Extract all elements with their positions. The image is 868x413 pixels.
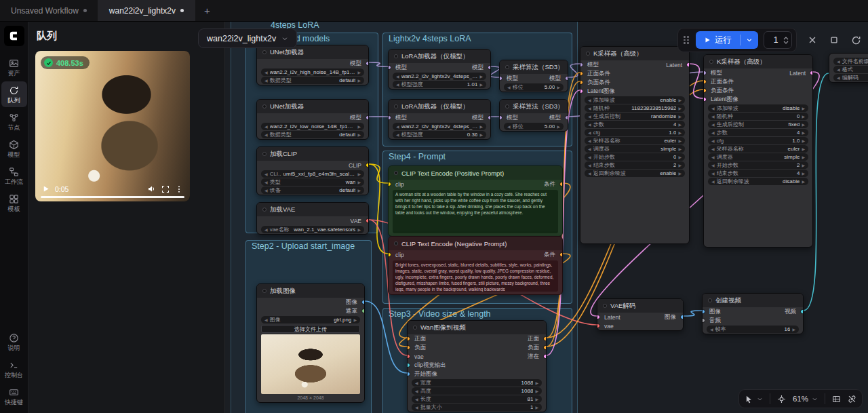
node-widget[interactable]: ◀wan2.2_i2v_lightx2v_4steps_lora_...▶ — [393, 73, 486, 80]
node-widget[interactable]: ◀帧率16▶ — [707, 326, 799, 333]
node-widget[interactable]: ◀调度器simple▶ — [585, 145, 685, 153]
node-title[interactable]: CLIP Text Encode (Positive Prompt) — [389, 166, 562, 180]
node-canvas[interactable]: 4steps LoRAStep1 - Load modelsLightx2v 4… — [225, 22, 868, 413]
collapse-dot-icon[interactable] — [262, 289, 267, 293]
run-button[interactable]: 运行 — [696, 31, 758, 49]
node-widget[interactable]: ◀宽度1088▶ — [412, 379, 542, 387]
node-lora-high[interactable]: LoRA加载器（仅模型）模型模型◀wan2.2_i2v_lightx2v_4st… — [388, 49, 491, 90]
node-widget[interactable]: ◀生成后控制randomize▶ — [585, 113, 685, 120]
collapse-dot-icon[interactable] — [394, 54, 398, 58]
node-lora-low[interactable]: LoRA加载器（仅模型）模型模型◀wan2.2_i2v_lightx2v_4st… — [388, 99, 491, 140]
output-port[interactable] — [543, 354, 547, 359]
input-port[interactable] — [597, 323, 600, 328]
node-title[interactable]: CLIP Text Encode (Negative Prompt) — [389, 237, 562, 250]
input-port[interactable] — [580, 80, 583, 85]
new-tab-button[interactable]: + — [195, 0, 219, 21]
node-ksampler-2[interactable]: K采样器（高级）模型Latent正面条件负面条件Latent图像◀添加噪波dis… — [703, 54, 813, 248]
collapse-dot-icon[interactable] — [586, 52, 590, 56]
node-widget[interactable]: ◀移位5.00▶ — [504, 123, 564, 130]
upload-button[interactable]: 选择文件上传 — [261, 325, 360, 333]
node-ksampler-1[interactable]: K采样器（高级）模型Latent正面条件负面条件Latent图像◀添加噪波ena… — [580, 46, 690, 244]
node-wan-i2v[interactable]: Wan图像到视频正面正面负面负面vae潜在clip视觉输出开始图像◀宽度1088… — [407, 320, 547, 412]
play-icon[interactable] — [42, 185, 50, 193]
node-widget[interactable]: ◀文件名前缀▶ — [833, 58, 868, 65]
node-widget[interactable]: ◀数据类型default▶ — [261, 131, 364, 138]
node-title[interactable]: K采样器（高级） — [580, 47, 689, 60]
node-widget[interactable]: ◀cfg1.0▶ — [708, 137, 808, 144]
node-widget[interactable]: ◀步数4▶ — [585, 121, 685, 128]
node-widget[interactable]: ◀步数4▶ — [708, 129, 808, 136]
node-widget[interactable]: ◀模型强度0.36▶ — [393, 131, 486, 138]
input-port[interactable] — [703, 79, 707, 84]
kebab-menu-icon[interactable] — [175, 185, 183, 193]
node-widget[interactable]: ◀生成后控制fixed▶ — [708, 121, 808, 128]
node-widget[interactable]: ◀添加噪波disable▶ — [708, 104, 808, 112]
input-port[interactable] — [388, 115, 391, 120]
fit-view-button[interactable] — [777, 395, 786, 404]
input-port[interactable] — [499, 115, 502, 120]
input-port[interactable] — [388, 252, 391, 257]
node-widget[interactable]: ◀设备default▶ — [261, 186, 364, 194]
node-save-video[interactable]: ◀文件名前缀▶◀格式▶◀编解码▶ — [829, 53, 868, 83]
node-widget[interactable]: ◀格式▶ — [833, 66, 868, 73]
output-port[interactable] — [488, 115, 491, 120]
node-widget[interactable]: ◀移位5.00▶ — [504, 83, 564, 91]
node-widget[interactable]: ◀开始步数0▶ — [585, 153, 685, 161]
run-options-chevron[interactable] — [741, 37, 758, 43]
collapse-dot-icon[interactable] — [413, 326, 417, 330]
node-widget[interactable]: ◀cfg1.0▶ — [585, 129, 685, 136]
collapse-dot-icon[interactable] — [709, 60, 713, 64]
output-port[interactable] — [565, 76, 568, 81]
node-load-clip[interactable]: 加载CLIPCLIP◀CLI..umt5_xxl_fp8_e4m3fn_scal… — [256, 146, 369, 195]
pointer-tool-button[interactable] — [745, 395, 763, 404]
node-widget[interactable]: ◀返回剩余噪波enable▶ — [585, 170, 685, 177]
node-widget[interactable]: ◀wan2.2_i2v_high_noise_14B_fp16.safetens… — [261, 68, 364, 76]
node-widget[interactable]: ◀模型强度1.01▶ — [393, 81, 486, 88]
collapse-dot-icon[interactable] — [262, 50, 267, 54]
input-port[interactable] — [407, 354, 410, 359]
collapse-dot-icon[interactable] — [394, 241, 398, 245]
output-port[interactable] — [361, 309, 365, 313]
node-unet-high[interactable]: UNet加载器模型◀wan2.2_i2v_high_noise_14B_fp16… — [256, 45, 369, 85]
node-widget[interactable]: ◀采样器名称euler▶ — [708, 145, 808, 153]
output-port[interactable] — [488, 65, 491, 70]
node-widget[interactable]: ◀添加噪波enable▶ — [585, 96, 685, 104]
node-widget[interactable]: ◀调度器simple▶ — [708, 153, 808, 161]
node-widget[interactable]: ◀结束步数2▶ — [585, 161, 685, 169]
collapse-dot-icon[interactable] — [708, 298, 712, 302]
comfyui-logo-icon[interactable] — [4, 26, 24, 46]
prompt-text[interactable]: A woman sits at a wooden table by the wi… — [393, 190, 558, 233]
input-port[interactable] — [388, 65, 391, 70]
node-title[interactable]: LoRA加载器（仅模型） — [389, 50, 490, 63]
collapse-dot-icon[interactable] — [394, 104, 398, 109]
sidebar-item-docs[interactable]: 说明 — [1, 329, 27, 355]
node-pos-prompt[interactable]: CLIP Text Encode (Positive Prompt)clip条件… — [388, 165, 563, 237]
node-title[interactable]: UNet加载器 — [257, 100, 368, 113]
tab-wan22i2v-lightx2v[interactable]: wan22i2v_lightx2v — [98, 0, 195, 21]
node-load-image[interactable]: 加载图像图像遮罩◀图像girl.png▶选择文件上传2048 × 2048 — [256, 283, 365, 403]
minimap-button[interactable] — [832, 395, 841, 404]
node-widget[interactable]: ◀CLI..umt5_xxl_fp8_e4m3fn_scaled.safeten… — [261, 170, 364, 178]
node-create-video[interactable]: 创建视频图像视频音频◀帧率16▶ — [702, 293, 804, 334]
node-widget[interactable]: ◀长度81▶ — [412, 395, 542, 403]
node-title[interactable]: 加载VAE — [257, 203, 368, 216]
input-port[interactable] — [703, 71, 707, 75]
input-port[interactable] — [580, 62, 583, 67]
output-port[interactable] — [680, 315, 684, 319]
node-neg-prompt[interactable]: CLIP Text Encode (Negative Prompt)clip条件… — [388, 236, 563, 295]
input-port[interactable] — [407, 363, 410, 368]
node-title[interactable]: LoRA加载器（仅模型） — [389, 100, 490, 113]
collapse-dot-icon[interactable] — [603, 304, 607, 308]
node-unet-low[interactable]: UNet加载器模型◀wan2.2_i2v_low_noise_14B_fp16.… — [256, 99, 369, 140]
sidebar-item-templates[interactable]: 模板 — [1, 190, 27, 216]
link-visibility-button[interactable] — [848, 395, 856, 404]
collapse-dot-icon[interactable] — [262, 208, 267, 212]
node-title[interactable]: 采样算法（SD3） — [500, 100, 568, 113]
node-widget[interactable]: ◀类型wan▶ — [261, 178, 364, 186]
input-port[interactable] — [580, 89, 583, 94]
node-title[interactable]: Wan图像到视频 — [408, 321, 546, 334]
stepper-arrows[interactable] — [783, 37, 789, 44]
output-port[interactable] — [543, 345, 547, 350]
node-widget[interactable]: ◀高度1088▶ — [412, 387, 542, 395]
prompt-text[interactable]: Bright tones, overexposed, static, blurr… — [393, 260, 558, 292]
